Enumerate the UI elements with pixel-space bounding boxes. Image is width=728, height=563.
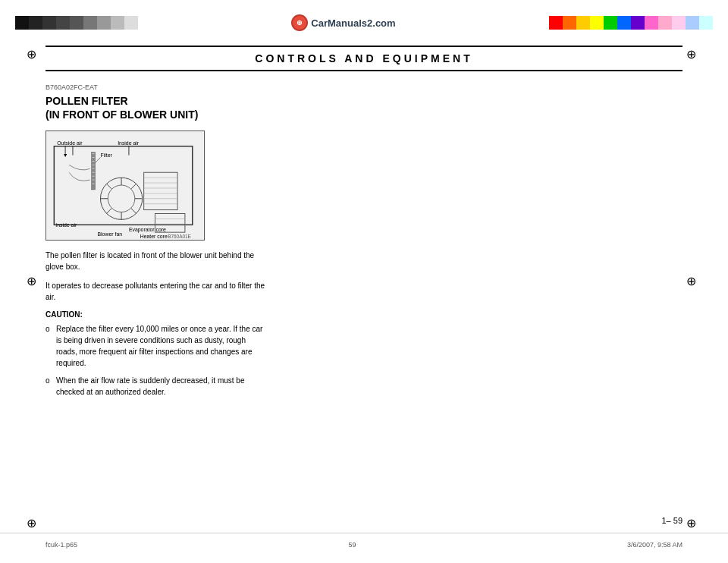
color-block [42,16,56,30]
svg-text:Inside air: Inside air [118,140,140,146]
color-block [83,16,97,30]
color-block [70,16,83,30]
body-para2: It operates to decrease pollutants enter… [46,280,265,303]
svg-text:Filter: Filter [100,153,112,158]
color-block [686,16,699,30]
color-block [699,16,713,30]
crosshair-bottom-left [27,516,42,531]
color-block [549,16,563,30]
diagram-box: Outside air Inside air Filter Inside [46,131,205,241]
svg-text:Outside air: Outside air [57,140,83,146]
color-block [590,16,604,30]
footer: fcuk-1.p65 59 3/6/2007, 9:58 AM [0,533,728,555]
logo-text: CarManuals2.com [311,17,395,29]
color-block [658,16,672,30]
footer-center: 59 [348,541,356,549]
top-bar: ⊕ CarManuals2.com [0,0,728,46]
footer-left: fcuk-1.p65 [46,541,77,549]
color-block [631,16,645,30]
color-block [29,16,42,30]
color-block [124,16,138,30]
color-block [645,16,658,30]
page-header: CONTROLS AND EQUIPMENT [46,46,682,71]
main-content: CONTROLS AND EQUIPMENT B760A02FC-EAT POL… [46,46,682,533]
logo-icon: ⊕ [291,14,308,31]
svg-text:Heater core: Heater core [140,234,168,239]
svg-text:Blower fan: Blower fan [98,231,123,237]
crosshair-top-left [27,47,42,62]
svg-text:Inside air: Inside air [55,223,77,228]
section-code: B760A02FC-EAT [46,83,682,91]
section-title: POLLEN FILTER (IN FRONT OF BLOWER UNIT) [46,94,682,121]
color-block [672,16,686,30]
caution-title: CAUTION: [46,310,682,319]
diagram-svg: Outside air Inside air Filter Inside [46,131,204,240]
color-block [576,16,590,30]
svg-text:B760A01E: B760A01E [168,234,191,239]
color-strip-left [15,16,138,30]
color-block [111,16,124,30]
crosshair-mid-right [686,274,701,289]
color-block [604,16,617,30]
crosshair-bottom-right [686,516,701,531]
color-block [97,16,111,30]
color-block [617,16,631,30]
color-block [563,16,576,30]
color-block [56,16,70,30]
footer-right: 3/6/2007, 9:58 AM [627,541,682,549]
color-block [15,16,29,30]
page-header-title: CONTROLS AND EQUIPMENT [255,52,472,64]
color-strip-right [549,16,713,30]
logo-area: ⊕ CarManuals2.com [291,14,395,31]
svg-text:Evaporator core: Evaporator core [129,228,166,234]
caution-list: Replace the filter every 10,000 miles or… [46,323,265,398]
page-number: 1– 59 [661,516,682,525]
caution-item-2: When the air flow rate is suddenly decre… [46,375,265,398]
body-para1: The pollen filter is located in front of… [46,250,265,272]
crosshair-mid-left [27,274,42,289]
crosshair-top-right [686,47,701,62]
caution-item-1: Replace the filter every 10,000 miles or… [46,323,265,369]
